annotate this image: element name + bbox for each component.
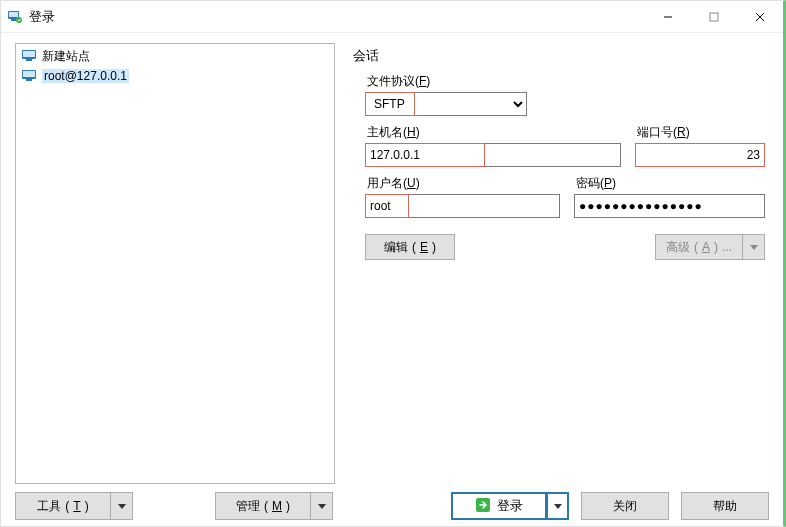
site-item-session[interactable]: root@127.0.0.1 [18, 66, 332, 86]
manage-dropdown[interactable]: 管理(M) [215, 492, 333, 520]
window-controls [645, 1, 783, 32]
port-label: 端口号(R) [637, 124, 765, 141]
login-icon [475, 497, 491, 516]
password-input[interactable]: ●●●●●●●●●●●●●●● [579, 199, 703, 213]
login-caret[interactable] [547, 492, 569, 520]
advanced-button[interactable]: 高级(A)... [655, 234, 743, 260]
password-label: 密码(P) [576, 175, 765, 192]
svg-rect-5 [710, 13, 718, 21]
host-label: 主机名(H) [367, 124, 621, 141]
svg-rect-9 [23, 51, 35, 57]
svg-rect-1 [9, 12, 18, 17]
username-label: 用户名(U) [367, 175, 560, 192]
site-item-label: root@127.0.0.1 [42, 69, 129, 83]
username-input[interactable] [365, 194, 560, 218]
login-button[interactable]: 登录 [451, 492, 547, 520]
window-title: 登录 [29, 8, 55, 26]
svg-rect-12 [23, 71, 35, 77]
tools-button[interactable]: 工具(T) [15, 492, 111, 520]
port-input[interactable] [635, 143, 765, 167]
svg-point-3 [16, 17, 22, 23]
svg-rect-13 [26, 79, 32, 81]
close-button[interactable] [737, 1, 783, 33]
close-dialog-button[interactable]: 关闭 [581, 492, 669, 520]
advanced-split-button[interactable]: 高级(A)... [655, 234, 765, 260]
minimize-button[interactable] [645, 1, 691, 33]
monitor-icon [21, 49, 37, 63]
site-list[interactable]: 新建站点 root@127.0.0.1 [15, 43, 335, 484]
login-window: 登录 新建站点 [0, 0, 786, 527]
maximize-button[interactable] [691, 1, 737, 33]
svg-rect-2 [11, 19, 16, 21]
session-group-label: 会话 [353, 47, 765, 65]
edit-button[interactable]: 编辑(E) [365, 234, 455, 260]
body: 新建站点 root@127.0.0.1 会话 文件协议(F) [1, 33, 783, 526]
footer: 工具(T) 管理(M) [15, 484, 769, 520]
app-icon [7, 9, 23, 25]
protocol-label: 文件协议(F) [367, 73, 765, 90]
site-item-label: 新建站点 [42, 48, 90, 65]
advanced-caret[interactable] [743, 234, 765, 260]
titlebar: 登录 [1, 1, 783, 33]
manage-caret[interactable] [311, 492, 333, 520]
session-form: 会话 文件协议(F) SFTP 主机名(H) [349, 43, 769, 484]
protocol-select[interactable]: SFTP [365, 92, 527, 116]
monitor-icon [21, 69, 37, 83]
manage-button[interactable]: 管理(M) [215, 492, 311, 520]
help-button[interactable]: 帮助 [681, 492, 769, 520]
svg-rect-10 [26, 59, 32, 61]
host-input[interactable] [365, 143, 621, 167]
site-item-new[interactable]: 新建站点 [18, 46, 332, 66]
tools-dropdown[interactable]: 工具(T) [15, 492, 133, 520]
tools-caret[interactable] [111, 492, 133, 520]
login-split-button[interactable]: 登录 [451, 492, 569, 520]
